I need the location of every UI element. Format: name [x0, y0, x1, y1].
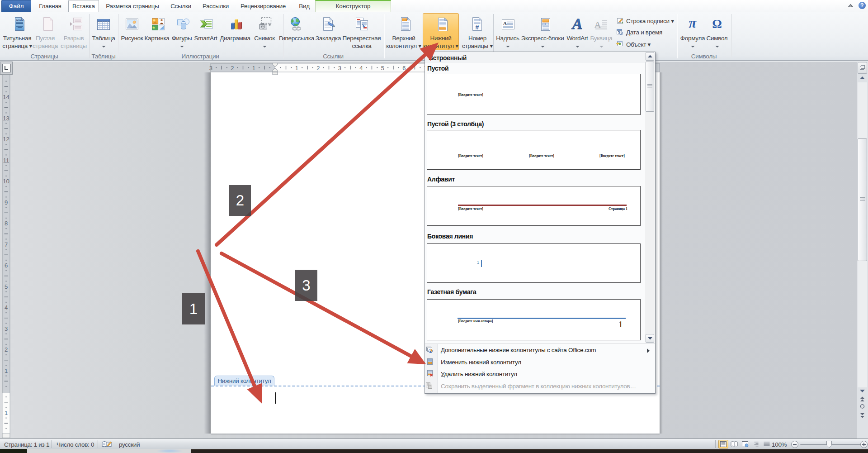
svg-text:3: 3 [5, 325, 8, 332]
svg-text:11: 11 [3, 157, 9, 164]
svg-text:2: 2 [316, 65, 320, 72]
svg-text:5: 5 [5, 283, 8, 290]
svg-text:6: 6 [5, 262, 8, 269]
svg-text:1: 1 [252, 65, 255, 72]
svg-text:2: 2 [231, 65, 234, 72]
svg-text:14: 14 [3, 94, 9, 100]
svg-text:1: 1 [5, 410, 8, 416]
svg-text:5: 5 [381, 65, 384, 72]
svg-text:4: 4 [5, 304, 8, 311]
svg-text:1: 1 [295, 65, 298, 72]
svg-text:7: 7 [5, 241, 8, 248]
svg-text:4: 4 [359, 65, 363, 72]
svg-text:2: 2 [5, 346, 8, 353]
svg-text:3: 3 [209, 65, 212, 72]
svg-text:10: 10 [3, 178, 9, 185]
svg-text:13: 13 [3, 115, 9, 122]
svg-text:12: 12 [3, 136, 9, 143]
svg-text:3: 3 [338, 65, 341, 72]
svg-text:1: 1 [5, 367, 8, 374]
svg-text:8: 8 [5, 220, 8, 227]
svg-text:9: 9 [5, 199, 8, 206]
svg-text:6: 6 [402, 65, 406, 72]
